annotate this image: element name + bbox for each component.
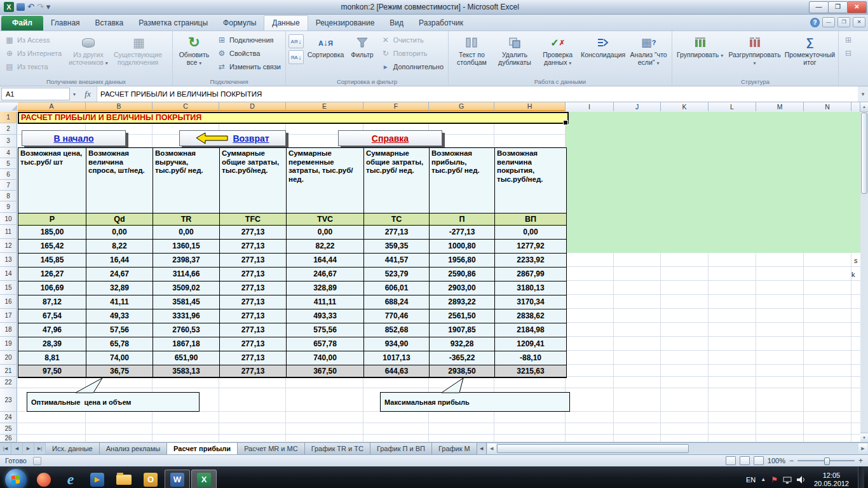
last-sheet-icon[interactable]: ▶|	[34, 443, 46, 454]
data-cell[interactable]: 651,90	[153, 351, 220, 365]
page-layout-view-icon[interactable]	[740, 456, 750, 465]
title-cell-a1[interactable]: РАСЧЕТ ПРИБЫЛИ И ВЕЛИЧИНЫ ПОКРЫТИЯ	[18, 112, 569, 124]
row-header-17[interactable]: 17	[0, 309, 17, 323]
ungroup-button[interactable]: Разгруппировать ▾	[727, 33, 782, 67]
symbol-cell[interactable]: TFC	[220, 214, 287, 226]
data-cell[interactable]: 164,44	[287, 254, 364, 268]
row-header-14[interactable]: 14	[0, 267, 17, 281]
sheet-tab-График П и ВП[interactable]: График П и ВП	[370, 443, 432, 454]
data-cell[interactable]: 67,54	[18, 309, 86, 323]
column-header-partial[interactable]	[851, 102, 860, 111]
column-header-E[interactable]: E	[286, 102, 363, 111]
row-header-16[interactable]: 16	[0, 295, 17, 309]
reapply-button[interactable]: ↻Повторить	[379, 48, 445, 59]
horizontal-scrollbar[interactable]: ◀ ▶	[487, 443, 868, 454]
page-break-view-icon[interactable]	[754, 456, 764, 465]
sheet-tab-График TR и TC[interactable]: График TR и TC	[305, 443, 370, 454]
clock[interactable]: 12:05 20.05.2012	[810, 471, 853, 488]
data-cell[interactable]: 65,78	[86, 337, 153, 351]
redo-icon[interactable]: ↷	[37, 2, 44, 12]
from-access-button[interactable]: ▦Из Access	[3, 34, 64, 46]
data-cell[interactable]: 277,13	[220, 240, 287, 254]
row-header-23[interactable]: 23	[0, 388, 17, 412]
data-cell[interactable]: 277,13	[220, 295, 287, 309]
data-cell[interactable]: 0,00	[495, 226, 566, 240]
data-cell[interactable]: 74,00	[86, 351, 153, 365]
row-header-5[interactable]: 5	[0, 158, 17, 169]
data-cell[interactable]: 0,00	[86, 226, 153, 240]
horizontal-scroll-thumb[interactable]	[497, 444, 689, 453]
data-cell[interactable]: 28,39	[18, 337, 86, 351]
ribbon-tab-Разработчик[interactable]: Разработчик	[411, 16, 471, 30]
data-cell[interactable]: 0,00	[287, 226, 364, 240]
ribbon-tab-Вид[interactable]: Вид	[382, 16, 411, 30]
to-start-button[interactable]: В начало	[22, 130, 126, 146]
symbol-cell[interactable]: Qd	[86, 214, 153, 226]
data-cell[interactable]: 277,13	[220, 268, 287, 281]
data-cell[interactable]: 523,79	[364, 268, 430, 281]
data-cell[interactable]: 493,33	[287, 309, 364, 323]
volume-icon[interactable]	[797, 476, 805, 484]
column-header-C[interactable]: C	[153, 102, 219, 111]
data-cell[interactable]: 8,22	[86, 240, 153, 254]
select-all-button[interactable]	[0, 102, 18, 111]
data-cell[interactable]: 2561,50	[430, 309, 495, 323]
row-header-8[interactable]: 8	[0, 191, 17, 201]
data-cell[interactable]: 2233,92	[495, 254, 566, 268]
data-cell[interactable]: 277,13	[220, 337, 287, 351]
table-header-cell[interactable]: Суммарные переменные затраты, тыс.руб/не…	[287, 148, 364, 214]
summary-cell[interactable]: 2938,50	[430, 365, 495, 377]
insert-function-button[interactable]: fx	[79, 89, 97, 99]
outlook-icon[interactable]: O	[138, 470, 163, 488]
table-header-cell[interactable]: Суммарные общие затраты, тыс.руб/нед.	[220, 148, 287, 214]
data-cell[interactable]: 2893,22	[430, 295, 495, 309]
data-cell[interactable]: 3180,13	[495, 281, 566, 295]
data-cell[interactable]: 0,00	[153, 226, 220, 240]
column-header-G[interactable]: G	[429, 102, 494, 111]
network-icon[interactable]	[783, 476, 792, 484]
row-header-18[interactable]: 18	[0, 323, 17, 337]
row-header-22[interactable]: 22	[0, 377, 17, 388]
row-header-21[interactable]: 21	[0, 365, 17, 377]
first-sheet-icon[interactable]: |◀	[0, 443, 11, 454]
data-cell[interactable]: 411,11	[287, 295, 364, 309]
row-header-11[interactable]: 11	[0, 225, 17, 239]
data-cell[interactable]: 2398,37	[153, 254, 220, 268]
data-cell[interactable]: 1277,92	[495, 240, 566, 254]
column-header-D[interactable]: D	[219, 102, 286, 111]
scroll-left-icon[interactable]: ◀	[487, 444, 496, 454]
row-header-13[interactable]: 13	[0, 253, 17, 267]
start-button[interactable]	[5, 469, 27, 488]
zoom-level[interactable]: 100%	[768, 457, 785, 464]
edit-links-button[interactable]: ⇄Изменить связи	[215, 61, 283, 72]
table-header-cell[interactable]: Возможная величина покрытия, тыс.руб/нед…	[495, 148, 566, 214]
data-cell[interactable]: 8,81	[18, 351, 86, 365]
formula-input[interactable]: РАСЧЕТ ПРИБЫЛИ И ВЕЛИЧИНЫ ПОКРЫТИЯ	[97, 86, 858, 102]
data-cell[interactable]: 3114,66	[153, 268, 220, 281]
row-header-12[interactable]: 12	[0, 239, 17, 253]
ribbon-tab-Главная[interactable]: Главная	[43, 16, 88, 30]
data-cell[interactable]: 277,13	[220, 226, 287, 240]
language-indicator[interactable]: EN	[746, 476, 756, 484]
data-cell[interactable]: 359,35	[364, 240, 430, 254]
column-header-H[interactable]: H	[494, 102, 566, 111]
data-cell[interactable]: 770,46	[364, 309, 430, 323]
data-validation-button[interactable]: ✓✗ Проверка данных ▾	[537, 33, 578, 67]
column-header-F[interactable]: F	[363, 102, 429, 111]
data-cell[interactable]: 106,69	[18, 281, 86, 295]
column-header-L[interactable]: L	[709, 102, 756, 111]
summary-cell[interactable]: 367,50	[287, 365, 364, 377]
table-header-cell[interactable]: Возможная выручка, тыс.руб/ нед.	[153, 148, 220, 214]
excel-app-icon[interactable]: X	[4, 2, 14, 12]
data-cell[interactable]: 2590,86	[430, 268, 495, 281]
vertical-scroll-thumb[interactable]	[861, 112, 867, 194]
data-cell[interactable]: 47,96	[18, 323, 86, 337]
column-header-N[interactable]: N	[804, 102, 851, 111]
row-header-10[interactable]: 10	[0, 213, 17, 225]
data-cell[interactable]: -365,22	[430, 351, 495, 365]
data-cell[interactable]: 1209,41	[495, 337, 566, 351]
minimize-button[interactable]: —	[809, 1, 829, 13]
data-cell[interactable]: 3170,34	[495, 295, 566, 309]
zoom-thumb[interactable]	[824, 458, 830, 465]
undo-icon[interactable]: ↶	[27, 2, 34, 12]
